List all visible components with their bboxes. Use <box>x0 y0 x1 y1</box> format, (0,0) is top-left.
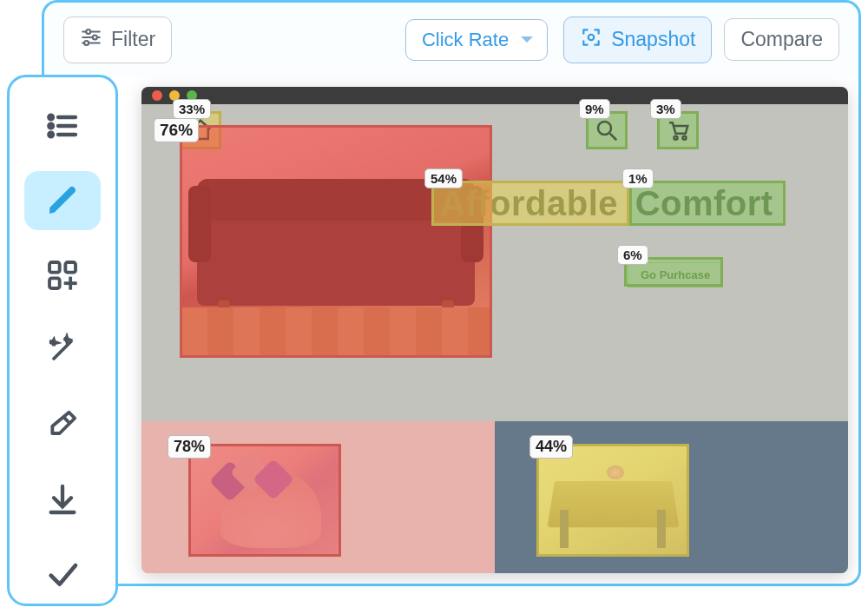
heat-cart[interactable]: 3% <box>657 111 699 149</box>
main-frame: Affordable Comfort Go Purhcase 33% 9% <box>42 76 861 586</box>
heat-card-left[interactable]: 78% <box>188 444 341 557</box>
heat-card-right[interactable]: 44% <box>536 444 689 557</box>
svg-point-5 <box>84 41 89 45</box>
pct-label: 1% <box>622 168 654 188</box>
heat-search[interactable]: 9% <box>586 111 628 149</box>
metric-dropdown-label: Click Rate <box>422 29 509 51</box>
pct-label: 6% <box>617 245 648 265</box>
heat-tag-b[interactable]: 1% <box>629 181 786 226</box>
svg-rect-13 <box>49 262 60 273</box>
svg-rect-14 <box>65 262 76 273</box>
snapshot-button[interactable]: Snapshot <box>563 17 712 63</box>
tool-wand[interactable] <box>24 320 101 380</box>
svg-point-3 <box>93 35 97 39</box>
svg-rect-15 <box>49 278 60 288</box>
heat-tag-a[interactable]: 54% <box>431 181 629 226</box>
tool-list[interactable] <box>24 96 101 155</box>
tool-download[interactable] <box>24 470 101 529</box>
heat-cta[interactable]: 6% <box>624 257 723 287</box>
product-columns: 78% 44% <box>141 421 848 573</box>
pct-label: 54% <box>424 168 463 188</box>
tool-pencil[interactable] <box>24 171 101 230</box>
chevron-down-icon <box>521 36 533 43</box>
pct-label: 3% <box>650 99 681 119</box>
svg-point-1 <box>86 30 90 34</box>
svg-line-21 <box>610 134 617 141</box>
heat-hero[interactable]: 76% <box>180 125 492 358</box>
compare-label: Compare <box>740 28 823 51</box>
browser-preview: Affordable Comfort Go Purhcase 33% 9% <box>141 87 848 573</box>
snapshot-label: Snapshot <box>611 28 695 51</box>
svg-point-7 <box>49 116 53 120</box>
compare-button[interactable]: Compare <box>724 18 839 61</box>
svg-point-6 <box>589 34 595 40</box>
tool-panel <box>7 75 118 606</box>
top-bar: Filter Click Rate Snapshot Compare <box>42 0 861 76</box>
svg-point-23 <box>683 136 687 140</box>
pct-label: 9% <box>579 99 610 119</box>
svg-point-22 <box>674 136 678 140</box>
mock-site: Affordable Comfort Go Purhcase 33% 9% <box>141 104 848 573</box>
tool-widgets[interactable] <box>24 246 101 305</box>
tool-check[interactable] <box>24 545 101 604</box>
pct-label: 76% <box>154 118 199 142</box>
hero-area: Affordable Comfort Go Purhcase 33% 9% <box>141 104 848 421</box>
svg-point-11 <box>49 133 53 137</box>
pct-label: 44% <box>529 435 573 459</box>
pct-label: 78% <box>168 435 211 459</box>
metric-dropdown[interactable]: Click Rate <box>405 19 548 61</box>
pct-label: 33% <box>173 99 211 119</box>
tool-eraser[interactable] <box>24 395 101 454</box>
svg-point-9 <box>49 124 53 129</box>
filter-button[interactable]: Filter <box>63 17 172 63</box>
window-titlebar <box>141 87 848 104</box>
sliders-icon <box>80 26 102 54</box>
filter-label: Filter <box>111 28 155 51</box>
col-left: 78% <box>141 421 495 573</box>
svg-point-20 <box>598 122 611 135</box>
capture-icon <box>580 26 602 54</box>
traffic-light-close-icon <box>152 90 162 101</box>
col-right: 44% <box>495 421 848 573</box>
